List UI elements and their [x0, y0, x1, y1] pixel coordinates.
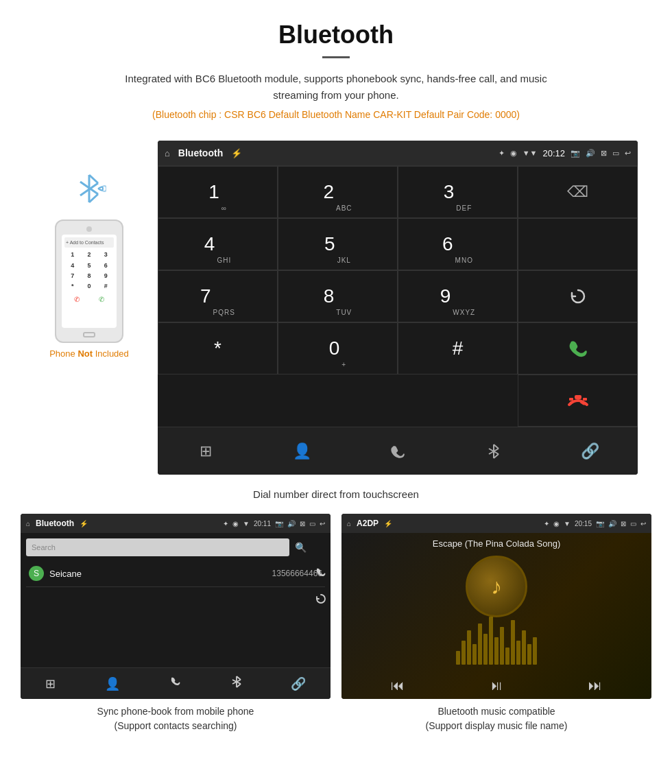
home-icon[interactable]: ⌂: [165, 148, 170, 158]
music-bt-icon: ✦: [544, 520, 549, 527]
refresh-button[interactable]: [518, 270, 638, 322]
pb-phone-icon[interactable]: [315, 567, 326, 581]
dial-3[interactable]: 3DEF: [398, 166, 518, 218]
back-icon[interactable]: ↩: [625, 149, 631, 158]
svg-rect-7: [583, 398, 587, 401]
usb-icon: ⚡: [231, 148, 242, 158]
pb-win-icon[interactable]: ▭: [309, 520, 315, 527]
not-text: Not: [77, 348, 93, 359]
nav-settings[interactable]: 🔗: [569, 434, 610, 468]
topbar-left: ⌂ Bluetooth ⚡: [165, 147, 242, 158]
dial-5[interactable]: 5JKL: [278, 218, 398, 270]
specs: (Bluetooth chip : CSR BC6 Default Blueto…: [14, 109, 658, 120]
pb-loc-icon: ◉: [232, 520, 239, 527]
close-icon[interactable]: ⊠: [601, 149, 607, 158]
bluetooth-wave-icon: [72, 168, 106, 215]
svg-line-3: [89, 194, 98, 202]
music-x[interactable]: ⊠: [621, 520, 626, 527]
contact-name: Seicane: [49, 569, 272, 579]
dial-6[interactable]: 6MNO: [398, 218, 518, 270]
search-icon[interactable]: 🔍: [295, 542, 307, 553]
time-display: 20:12: [542, 148, 565, 158]
phone-image: + Add to Contacts 123 456 789 *0# ✆ ✆: [55, 219, 123, 343]
dial-1[interactable]: 1∞: [158, 166, 278, 218]
music-time: 20:15: [575, 520, 592, 527]
red-hangup-button[interactable]: [518, 375, 638, 427]
phonebook-bottom-nav: ⊞ 👤: [21, 667, 331, 699]
music-body: Escape (The Pina Colada Song) ♪ ⏮ ⏯ ⏭: [341, 533, 651, 699]
phonebook-caption-line2: (Support contacts searching): [21, 719, 331, 733]
pb-nav-phone[interactable]: [169, 676, 182, 691]
svg-line-1: [89, 175, 98, 183]
nav-phone[interactable]: [377, 434, 418, 468]
nav-bluetooth[interactable]: [473, 434, 514, 468]
play-pause-button[interactable]: ⏯: [490, 678, 503, 693]
pb-vol-icon: 🔊: [287, 520, 296, 527]
phonebook-body: Search 🔍 S Seicane 13566664466: [21, 533, 331, 699]
dial-hash[interactable]: #: [398, 322, 518, 375]
description: Integrated with BC6 Bluetooth module, su…: [103, 71, 569, 104]
car-topbar: ⌂ Bluetooth ⚡ ✦ ◉ ▼▼ 20:12 📷 🔊 ⊠ ▭ ↩: [158, 141, 638, 165]
pb-nav-grid[interactable]: ⊞: [45, 676, 56, 691]
dial-0[interactable]: 0+: [278, 322, 398, 375]
phonebook-home-icon[interactable]: ⌂: [26, 520, 30, 527]
dial-9[interactable]: 9WXYZ: [398, 270, 518, 322]
phonebook-card: ⌂ Bluetooth ⚡ ✦ ◉ ▼ 20:11 📷 🔊 ⊠ ▭ ↩: [21, 514, 331, 733]
title-divider: [322, 56, 350, 58]
page-header: Bluetooth Integrated with BC6 Bluetooth …: [0, 0, 672, 141]
dial-8[interactable]: 8TUV: [278, 270, 398, 322]
song-title: Escape (The Pina Colada Song): [433, 538, 560, 549]
dial-7[interactable]: 7PQRS: [158, 270, 278, 322]
music-usb-icon: ⚡: [384, 520, 392, 527]
phonebook-title: Bluetooth: [36, 519, 74, 528]
dial-star[interactable]: *: [158, 322, 278, 375]
dial-4[interactable]: 4GHI: [158, 218, 278, 270]
phonebook-caption: Sync phone-book from mobile phone (Suppo…: [21, 704, 331, 733]
window-icon[interactable]: ▭: [612, 149, 619, 158]
signal-icon: ▼▼: [523, 149, 538, 157]
phonebook-right-icons: [315, 567, 326, 607]
pb-bt-icon: ✦: [223, 520, 228, 527]
music-caption: Bluetooth music compatible (Support disp…: [341, 704, 651, 733]
pb-back-icon[interactable]: ↩: [320, 520, 325, 527]
phonebook-frame: ⌂ Bluetooth ⚡ ✦ ◉ ▼ 20:11 📷 🔊 ⊠ ▭ ↩: [21, 514, 331, 699]
nav-dialpad[interactable]: ⊞: [185, 434, 226, 468]
nav-contacts[interactable]: 👤: [281, 434, 322, 468]
music-caption-line2: (Support display music file name): [341, 719, 651, 733]
pb-nav-link[interactable]: 🔗: [291, 676, 306, 691]
bottom-screens: ⌂ Bluetooth ⚡ ✦ ◉ ▼ 20:11 📷 🔊 ⊠ ▭ ↩: [0, 514, 672, 754]
contact-row[interactable]: S Seicane 13566664466: [26, 560, 325, 587]
equalizer-background: [341, 610, 651, 665]
music-title: A2DP: [357, 519, 379, 528]
camera-icon: 📷: [571, 149, 580, 158]
music-home-icon[interactable]: ⌂: [347, 520, 351, 527]
music-win[interactable]: ▭: [630, 520, 636, 527]
prev-button[interactable]: ⏮: [391, 678, 405, 693]
empty-cell-1: [518, 218, 638, 270]
green-call-button[interactable]: [518, 322, 638, 375]
music-frame: ⌂ A2DP ⚡ ✦ ◉ ▼ 20:15 📷 🔊 ⊠ ▭ ↩: [341, 514, 651, 699]
dial-2[interactable]: 2ABC: [278, 166, 398, 218]
music-controls: ⏮ ⏯ ⏭: [341, 678, 651, 693]
backspace-button[interactable]: ⌫: [518, 166, 638, 218]
phone-mockup: + Add to Contacts 123 456 789 *0# ✆ ✆ Ph…: [34, 168, 144, 359]
pb-nav-person[interactable]: 👤: [105, 676, 120, 691]
search-bar[interactable]: Search: [26, 538, 289, 556]
dial-section: + Add to Contacts 123 456 789 *0# ✆ ✆ Ph…: [0, 141, 672, 482]
phonebook-topbar: ⌂ Bluetooth ⚡ ✦ ◉ ▼ 20:11 📷 🔊 ⊠ ▭ ↩: [21, 514, 331, 533]
pb-cam-icon: 📷: [275, 520, 283, 527]
dialpad: 1∞ 2ABC 3DEF ⌫ 4GHI 5JKL 6MNO 7PQRS 8TUV…: [158, 165, 638, 427]
music-topbar: ⌂ A2DP ⚡ ✦ ◉ ▼ 20:15 📷 🔊 ⊠ ▭ ↩: [341, 514, 651, 533]
pb-x-icon[interactable]: ⊠: [300, 520, 305, 527]
music-note-icon: ♪: [491, 574, 502, 599]
volume-icon: 🔊: [586, 149, 595, 158]
music-signal: ▼: [564, 520, 571, 527]
car-screen-title: Bluetooth: [178, 147, 223, 158]
contact-initial: S: [29, 566, 44, 581]
pb-nav-bt[interactable]: [232, 675, 241, 692]
svg-line-11: [494, 454, 499, 458]
music-back[interactable]: ↩: [640, 520, 646, 527]
pb-refresh-icon[interactable]: [315, 593, 326, 607]
svg-line-9: [494, 444, 499, 449]
next-button[interactable]: ⏭: [588, 678, 602, 693]
